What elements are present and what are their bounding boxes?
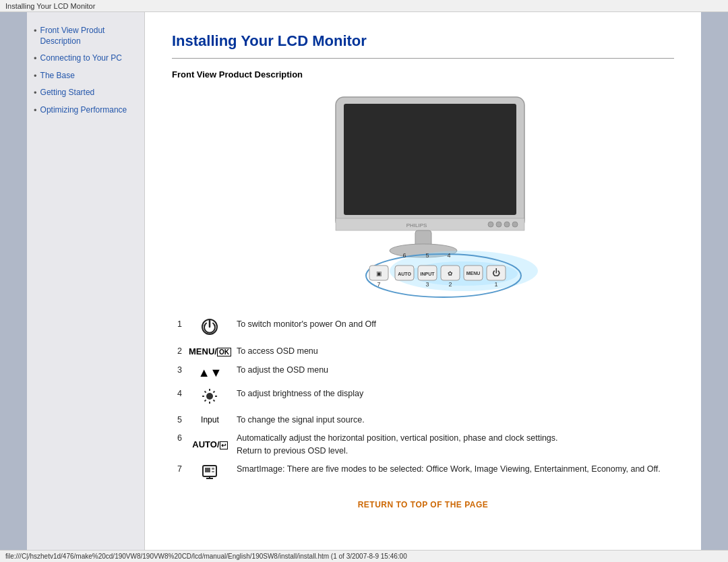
table-row: 4 To adjust brightness of the display xyxy=(172,385,674,412)
table-row: 1 To switch monitor's power On and Off xyxy=(172,315,674,342)
svg-line-41 xyxy=(214,391,215,392)
row-description-2: To adjust the OSD menu xyxy=(237,361,674,385)
table-row: 2MENU/OKTo access OSD menu xyxy=(172,342,674,361)
svg-text:PHILIPS: PHILIPS xyxy=(406,222,427,228)
section-title: Front View Product Description xyxy=(172,69,674,80)
svg-text:1: 1 xyxy=(494,281,497,288)
row-icon-5: AUTO/↩ xyxy=(189,429,237,460)
row-number-5: 6 xyxy=(172,429,189,460)
svg-point-5 xyxy=(496,222,502,227)
table-row: 5InputTo change the signal input source. xyxy=(172,411,674,429)
svg-text:MENU: MENU xyxy=(466,271,480,276)
row-number-2: 3 xyxy=(172,361,189,385)
svg-line-42 xyxy=(205,400,206,401)
left-panel xyxy=(0,12,27,550)
svg-text:⏻: ⏻ xyxy=(492,268,500,278)
row-description-0: To switch monitor's power On and Off xyxy=(237,315,674,342)
svg-text:2: 2 xyxy=(448,281,452,288)
main-layout: Front View Produt DescriptionConnecting … xyxy=(0,12,728,550)
row-number-0: 1 xyxy=(172,315,189,342)
row-number-1: 2 xyxy=(172,342,189,361)
row-icon-6 xyxy=(189,460,237,487)
svg-text:AUTO: AUTO xyxy=(398,272,411,276)
sidebar-item-4: Optimizing Performance xyxy=(34,105,138,116)
svg-text:4: 4 xyxy=(447,252,450,259)
row-icon-2: ▲▼ xyxy=(189,361,237,385)
svg-text:▣: ▣ xyxy=(375,270,382,277)
divider xyxy=(172,58,674,59)
table-row: 7 SmartImage: There are five modes to be… xyxy=(172,460,674,487)
row-description-6: SmartImage: There are five modes to be s… xyxy=(237,460,674,487)
row-number-3: 4 xyxy=(172,385,189,412)
svg-point-34 xyxy=(206,393,213,400)
svg-point-7 xyxy=(512,222,518,227)
row-icon-1: MENU/OK xyxy=(189,342,237,361)
page-title: Installing Your LCD Monitor xyxy=(172,32,674,50)
svg-text:✿: ✿ xyxy=(448,270,453,277)
row-description-3: To adjust brightness of the display xyxy=(237,385,674,412)
sidebar-item-3: Getting Started xyxy=(34,88,138,98)
row-icon-0 xyxy=(189,315,237,342)
table-row: 3▲▼To adjust the OSD menu xyxy=(172,361,674,385)
sidebar-item-2: The Base xyxy=(34,71,138,82)
table-row: 6AUTO/↩Automatically adjust the horizont… xyxy=(172,429,674,460)
sidebar-link-2[interactable]: The Base xyxy=(40,71,75,82)
svg-rect-44 xyxy=(205,468,210,472)
title-bar: Installing Your LCD Monitor xyxy=(0,0,728,12)
svg-line-40 xyxy=(214,400,215,401)
svg-text:INPUT: INPUT xyxy=(420,272,435,276)
svg-rect-45 xyxy=(212,468,214,470)
svg-rect-1 xyxy=(344,104,516,215)
sidebar-link-4[interactable]: Optimizing Performance xyxy=(40,105,127,116)
status-bar-text: file:///C|/hszhetv1d/476/make%20cd/190VW… xyxy=(5,553,407,560)
status-bar: file:///C|/hszhetv1d/476/make%20cd/190VW… xyxy=(0,550,728,562)
row-description-5: Automatically adjust the horizontal posi… xyxy=(237,429,674,460)
row-icon-3 xyxy=(189,385,237,412)
sidebar-link-0[interactable]: Front View Produt Description xyxy=(40,26,138,46)
svg-text:3: 3 xyxy=(425,281,429,288)
svg-line-39 xyxy=(205,391,206,392)
description-table: 1 To switch monitor's power On and Off2M… xyxy=(172,315,674,487)
svg-point-6 xyxy=(504,222,510,227)
row-description-1: To access OSD menu xyxy=(237,342,674,361)
svg-point-4 xyxy=(488,222,493,227)
svg-text:7: 7 xyxy=(377,281,380,288)
row-icon-4: Input xyxy=(189,411,237,429)
sidebar-item-1: Connecting to Your PC xyxy=(34,53,138,64)
row-number-4: 5 xyxy=(172,411,189,429)
row-number-6: 7 xyxy=(172,460,189,487)
sidebar-link-1[interactable]: Connecting to Your PC xyxy=(40,53,122,64)
svg-text:6: 6 xyxy=(402,252,406,259)
monitor-illustration: PHILIPS 6 5 4 xyxy=(295,90,551,299)
row-description-4: To change the signal input source. xyxy=(237,411,674,429)
svg-rect-46 xyxy=(212,471,214,472)
sidebar-link-3[interactable]: Getting Started xyxy=(40,88,95,98)
sidebar: Front View Produt DescriptionConnecting … xyxy=(27,12,145,550)
svg-text:5: 5 xyxy=(425,252,429,259)
content-area: Installing Your LCD Monitor Front View P… xyxy=(145,12,701,550)
sidebar-item-0: Front View Produt Description xyxy=(34,26,138,46)
return-to-top-link[interactable]: RETURN TO TOP OF THE PAGE xyxy=(172,500,674,509)
right-panel xyxy=(701,12,728,550)
sidebar-nav: Front View Produt DescriptionConnecting … xyxy=(34,26,138,116)
monitor-image-container: PHILIPS 6 5 4 xyxy=(172,90,674,299)
title-bar-text: Installing Your LCD Monitor xyxy=(5,2,95,10)
